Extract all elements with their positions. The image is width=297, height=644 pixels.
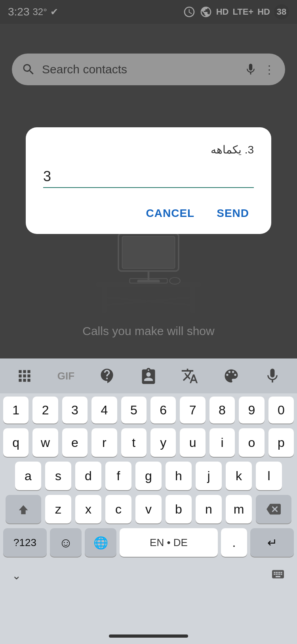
key-5[interactable]: 5 — [121, 397, 147, 424]
keyboard-toolbar: GIF — [0, 358, 297, 393]
key-l[interactable]: l — [256, 462, 282, 490]
send-button[interactable]: SEND — [212, 204, 254, 223]
gif-label: GIF — [57, 370, 74, 382]
emoji-key[interactable]: ☺ — [50, 528, 82, 557]
key-r[interactable]: r — [91, 428, 117, 457]
enter-key[interactable]: ↵ — [250, 528, 294, 557]
key-b[interactable]: b — [166, 495, 192, 523]
clipboard-icon — [140, 367, 157, 385]
key-j[interactable]: j — [196, 462, 222, 490]
key-p[interactable]: p — [268, 428, 294, 457]
keyboard-keys: 1 2 3 4 5 6 7 8 9 0 q w e r t y u i o p … — [0, 393, 297, 557]
keyboard-layout-icon — [271, 567, 285, 581]
hide-keyboard-button[interactable]: ⌄ — [12, 569, 21, 582]
clipboard-toolbar-button[interactable] — [133, 364, 164, 388]
keyboard-bottom-bar: ⌄ — [0, 562, 297, 589]
dialog: 3. یکماهه CANCEL SEND — [26, 127, 271, 234]
key-c[interactable]: c — [105, 495, 131, 523]
row-qwerty: q w e r t y u i o p — [3, 428, 294, 457]
key-7[interactable]: 7 — [180, 397, 205, 424]
translate-toolbar-button[interactable] — [174, 364, 206, 388]
space-key[interactable]: EN • DE — [120, 528, 218, 557]
palette-toolbar-button[interactable] — [215, 364, 247, 388]
shift-key[interactable] — [6, 495, 41, 523]
keyboard-icon[interactable] — [271, 567, 285, 584]
key-y[interactable]: y — [150, 428, 176, 457]
row-zxcv: z x c v b n m — [3, 495, 294, 523]
key-t[interactable]: t — [121, 428, 147, 457]
number-row: 1 2 3 4 5 6 7 8 9 0 — [3, 397, 294, 424]
mic-toolbar-icon — [264, 367, 281, 385]
key-k[interactable]: k — [226, 462, 252, 490]
key-f[interactable]: f — [105, 462, 131, 490]
dialog-overlay: 3. یکماهه CANCEL SEND — [0, 0, 297, 361]
key-n[interactable]: n — [196, 495, 222, 523]
translate-icon — [181, 367, 198, 385]
key-4[interactable]: 4 — [91, 397, 117, 424]
dialog-input[interactable] — [43, 168, 254, 188]
sticker-toolbar-button[interactable] — [91, 364, 123, 388]
key-0[interactable]: 0 — [268, 397, 294, 424]
dialog-title: 3. یکماهه — [43, 143, 254, 156]
key-a[interactable]: a — [15, 462, 41, 490]
key-m[interactable]: m — [226, 495, 252, 523]
keyboard: GIF — [0, 358, 297, 644]
key-w[interactable]: w — [32, 428, 58, 457]
key-1[interactable]: 1 — [3, 397, 29, 424]
key-u[interactable]: u — [180, 428, 205, 457]
backspace-key[interactable] — [256, 495, 291, 523]
sticker-icon — [99, 367, 116, 385]
key-d[interactable]: d — [75, 462, 101, 490]
mic-toolbar-button[interactable] — [257, 364, 288, 388]
key-8[interactable]: 8 — [209, 397, 235, 424]
gif-toolbar-button[interactable]: GIF — [50, 364, 82, 388]
dialog-actions: CANCEL SEND — [43, 204, 254, 223]
key-z[interactable]: z — [45, 495, 71, 523]
shift-icon — [17, 502, 30, 516]
apps-toolbar-button[interactable] — [9, 364, 40, 388]
key-o[interactable]: o — [239, 428, 264, 457]
key-9[interactable]: 9 — [239, 397, 264, 424]
cancel-button[interactable]: CANCEL — [141, 204, 200, 223]
period-key[interactable]: . — [221, 528, 247, 557]
row-asdf: a s d f g h j k l — [3, 462, 294, 490]
key-v[interactable]: v — [135, 495, 162, 523]
key-2[interactable]: 2 — [32, 397, 58, 424]
apps-icon — [16, 367, 33, 385]
key-i[interactable]: i — [209, 428, 235, 457]
key-q[interactable]: q — [3, 428, 29, 457]
key-3[interactable]: 3 — [62, 397, 88, 424]
dialog-input-container — [43, 168, 254, 188]
key-s[interactable]: s — [45, 462, 71, 490]
key-h[interactable]: h — [166, 462, 192, 490]
backspace-icon — [267, 502, 281, 516]
home-indicator — [109, 634, 188, 638]
palette-icon — [223, 367, 240, 385]
symbols-key[interactable]: ?123 — [3, 528, 47, 557]
globe-key[interactable]: 🌐 — [85, 528, 116, 557]
key-e[interactable]: e — [62, 428, 88, 457]
row-bottom: ?123 ☺ 🌐 EN • DE . ↵ — [3, 528, 294, 557]
key-6[interactable]: 6 — [150, 397, 176, 424]
key-x[interactable]: x — [75, 495, 101, 523]
key-g[interactable]: g — [135, 462, 162, 490]
